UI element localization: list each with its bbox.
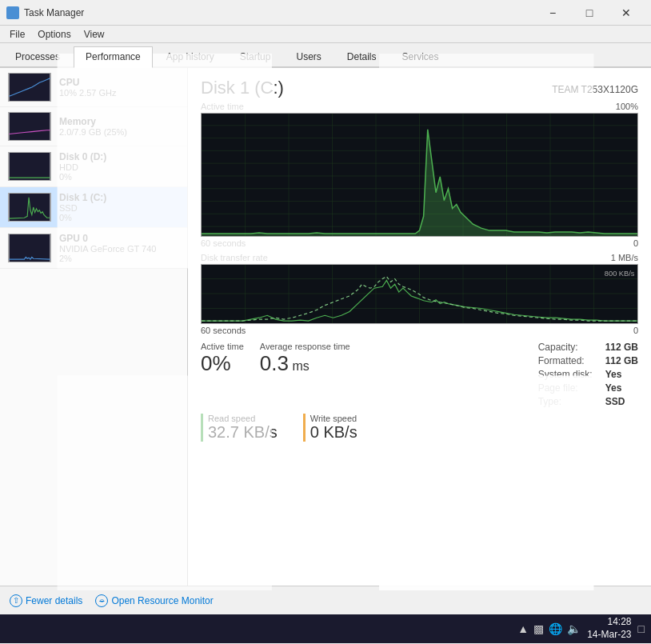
svg-rect-6 xyxy=(10,153,50,180)
disk1-thumb xyxy=(8,193,51,222)
active-time-chart xyxy=(201,113,638,237)
cpu-thumb xyxy=(8,73,51,102)
titlebar: Task Manager − □ ✕ xyxy=(0,0,651,26)
svg-text:800 KB/s: 800 KB/s xyxy=(605,270,635,278)
active-time-chart-section: Active time 100% xyxy=(201,102,638,248)
app-icon xyxy=(6,6,19,19)
svg-rect-2 xyxy=(58,376,272,590)
svg-rect-8 xyxy=(10,234,50,262)
svg-rect-4 xyxy=(10,74,50,101)
svg-rect-5 xyxy=(10,113,50,140)
tab-performance[interactable]: Performance xyxy=(74,46,153,68)
memory-thumb xyxy=(8,112,51,141)
transfer-rate-chart: 800 KB/s xyxy=(201,264,638,324)
svg-rect-3 xyxy=(379,376,593,590)
gpu-thumb xyxy=(8,234,51,262)
disk0-thumb xyxy=(8,152,51,181)
transfer-rate-chart-section: Disk transfer rate 1 MB/s xyxy=(201,253,638,335)
